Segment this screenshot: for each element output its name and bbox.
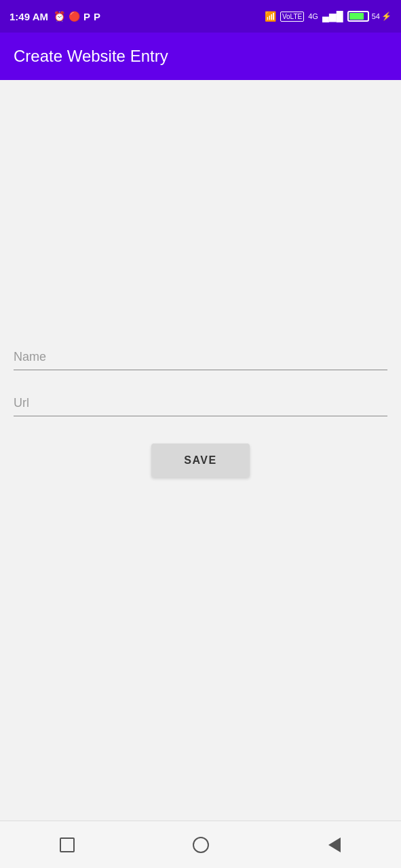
volte-icon: VoLTE (280, 12, 304, 22)
page-title: Create Website Entry (14, 47, 168, 66)
app-bar: Create Website Entry (0, 33, 401, 80)
battery-indicator: 54 ⚡ (347, 11, 392, 22)
4g-icon: 4G (308, 12, 318, 20)
name-input[interactable] (14, 344, 387, 370)
alarm-icon: ⏰ (54, 11, 65, 22)
recent-apps-button[interactable] (50, 828, 84, 862)
nav-bar (0, 821, 401, 868)
wifi-icon: 📶 (265, 11, 276, 22)
status-time: 1:49 AM (9, 11, 48, 22)
app-icon-p1: P (83, 11, 90, 22)
name-field-group (14, 344, 387, 370)
status-bar-left: 1:49 AM ⏰ 🔴 P P (9, 11, 100, 22)
home-icon (193, 837, 209, 853)
recent-apps-icon (60, 837, 75, 852)
charging-icon: ⚡ (381, 12, 392, 21)
status-bar: 1:49 AM ⏰ 🔴 P P 📶 VoLTE 4G ▄▆█ 54 ⚡ (0, 0, 401, 33)
app-icon-p2: P (94, 11, 100, 22)
save-button[interactable]: SAVE (151, 443, 249, 477)
main-content: SAVE (0, 80, 401, 821)
back-button[interactable] (318, 828, 351, 862)
back-icon (328, 837, 341, 852)
url-input[interactable] (14, 391, 387, 416)
save-button-container: SAVE (14, 443, 387, 477)
notification-icon: 🔴 (69, 11, 80, 22)
signal-bars-icon: ▄▆█ (322, 11, 343, 22)
url-field-group (14, 391, 387, 416)
battery-text: 54 (372, 12, 380, 20)
status-bar-right: 📶 VoLTE 4G ▄▆█ 54 ⚡ (265, 11, 392, 22)
home-button[interactable] (184, 828, 218, 862)
status-icons: ⏰ 🔴 P P (54, 11, 100, 22)
